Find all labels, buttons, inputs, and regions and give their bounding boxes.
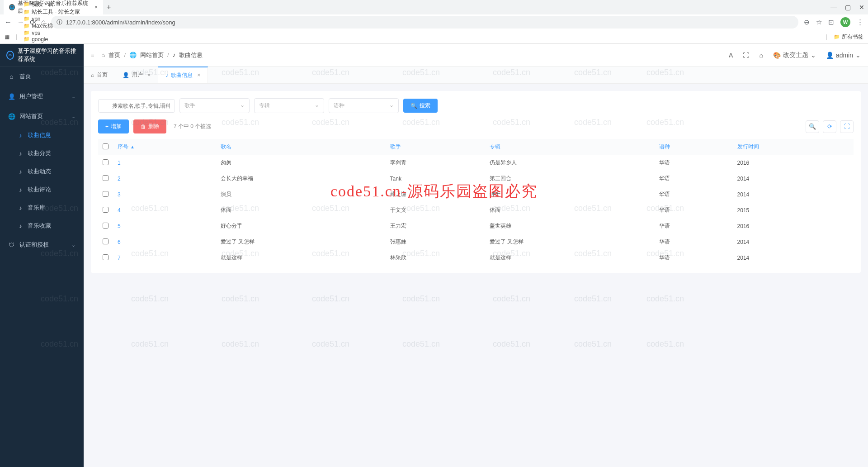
key-icon[interactable]: ⊖: [804, 18, 810, 26]
cell-language: 华语: [655, 234, 733, 250]
app-logo[interactable]: ∞ 基于深度学习的音乐推荐系统: [0, 44, 84, 67]
sidebar-sub-song-dynamic[interactable]: ♪歌曲动态: [0, 162, 84, 181]
cell-singer: 于文文: [386, 202, 485, 218]
col-language[interactable]: 语种: [655, 139, 733, 155]
font-icon[interactable]: A: [729, 52, 733, 59]
row-checkbox[interactable]: [103, 159, 108, 165]
sidebar-sub-song-info[interactable]: ♪歌曲信息: [0, 126, 84, 144]
bookmark-bar: | tools宝藏txyuplod共享账号密码视频下载站长工具 - 站长之家vp…: [0, 30, 868, 43]
select-album[interactable]: 专辑: [254, 98, 324, 113]
search-icon-button[interactable]: 🔍: [806, 120, 819, 133]
maximize-icon[interactable]: ▢: [845, 4, 851, 11]
page-tab-song[interactable]: ♪歌曲信息×: [158, 67, 208, 83]
row-checkbox[interactable]: [103, 207, 108, 213]
palette-icon: 🎨: [773, 52, 781, 59]
bookmark-item[interactable]: vps: [24, 30, 80, 36]
cell-index[interactable]: 2: [113, 171, 216, 186]
sidebar-item-site[interactable]: 🌐网站首页: [0, 106, 84, 126]
expand-icon-button[interactable]: ⛶: [840, 120, 854, 133]
home-icon[interactable]: ⌂: [759, 52, 763, 59]
col-name[interactable]: 歌名: [216, 139, 386, 155]
row-checkbox[interactable]: [103, 223, 108, 229]
address-bar[interactable]: ⓘ 127.0.0.1:8000/admin/#/admin/index/son…: [51, 16, 798, 29]
bookmark-item[interactable]: Max云梯: [24, 22, 80, 30]
table-row: 5 好心分手 王力宏 盖世英雄 华语 2016: [98, 218, 854, 234]
col-album[interactable]: 专辑: [485, 139, 655, 155]
cell-language: 华语: [655, 155, 733, 171]
page-tab-home[interactable]: ⌂首页: [84, 67, 115, 83]
minimize-icon[interactable]: —: [830, 4, 837, 11]
extension-icon[interactable]: ⊡: [828, 18, 834, 26]
cell-year: 2016: [733, 218, 854, 234]
cell-year: 2016: [733, 155, 854, 171]
close-window-icon[interactable]: ✕: [859, 4, 864, 11]
new-tab-button[interactable]: +: [107, 3, 111, 11]
cell-index[interactable]: 6: [113, 234, 216, 250]
back-icon[interactable]: ←: [5, 18, 12, 26]
cell-album: 盖世英雄: [485, 218, 655, 234]
add-button[interactable]: +增加: [98, 119, 129, 133]
close-icon[interactable]: ×: [197, 72, 200, 78]
select-all-checkbox[interactable]: [103, 143, 108, 149]
bookmark-item[interactable]: 站长工具 - 站长之家: [24, 8, 80, 16]
sidebar-item-user-mgmt[interactable]: 👤用户管理: [0, 86, 84, 106]
close-icon[interactable]: ×: [94, 4, 98, 10]
fullscreen-icon[interactable]: ⛶: [743, 52, 749, 59]
search-button[interactable]: 🔍搜索: [403, 99, 438, 113]
forward-icon[interactable]: →: [17, 18, 24, 26]
plus-icon: +: [105, 124, 108, 130]
row-checkbox[interactable]: [103, 175, 108, 181]
music-icon: ♪: [17, 168, 24, 175]
cell-year: 2015: [733, 202, 854, 218]
close-icon[interactable]: ×: [147, 72, 151, 78]
cell-index[interactable]: 1: [113, 155, 216, 171]
page-tabs: ⌂首页 👤用户× ♪歌曲信息×: [84, 67, 868, 84]
sidebar-sub-music-lib[interactable]: ♪音乐库: [0, 199, 84, 217]
cell-singer: 林采欣: [386, 250, 485, 266]
cell-album: 就是这样: [485, 250, 655, 266]
col-index[interactable]: 序号▲: [113, 139, 216, 155]
sidebar: ∞ 基于深度学习的音乐推荐系统 ⌂首页 👤用户管理 🌐网站首页 ♪歌曲信息 ♪歌…: [0, 44, 84, 467]
star-icon[interactable]: ☆: [816, 18, 822, 26]
cell-index[interactable]: 5: [113, 218, 216, 234]
select-language[interactable]: 语种: [329, 98, 399, 113]
apps-icon[interactable]: [5, 33, 9, 40]
col-singer[interactable]: 歌手: [386, 139, 485, 155]
row-checkbox[interactable]: [103, 191, 108, 197]
user-menu[interactable]: 👤admin ⌄: [826, 52, 861, 59]
hamburger-icon[interactable]: ≡: [91, 52, 94, 58]
cell-language: 华语: [655, 250, 733, 266]
user-icon: 👤: [826, 52, 834, 59]
row-checkbox[interactable]: [103, 254, 108, 260]
sidebar-item-auth[interactable]: 🛡认证和授权: [0, 235, 84, 255]
select-singer[interactable]: 歌手: [179, 98, 250, 113]
sidebar-sub-music-fav[interactable]: ♪音乐收藏: [0, 217, 84, 235]
menu-icon[interactable]: ⋮: [857, 18, 863, 26]
profile-avatar[interactable]: W: [840, 17, 850, 27]
page-tab-user[interactable]: 👤用户×: [115, 67, 158, 83]
sidebar-sub-song-comment[interactable]: ♪歌曲评论: [0, 181, 84, 199]
cell-name: 体面: [216, 202, 386, 218]
refresh-icon-button[interactable]: ⟳: [823, 120, 836, 133]
col-year[interactable]: 发行时间: [733, 139, 854, 155]
sidebar-item-home[interactable]: ⌂首页: [0, 67, 84, 86]
row-checkbox[interactable]: [103, 238, 108, 244]
cell-index[interactable]: 7: [113, 250, 216, 266]
music-icon: ♪: [17, 205, 24, 211]
bookmark-item[interactable]: 视频下载: [24, 0, 80, 8]
search-input[interactable]: [98, 99, 175, 113]
bookmark-item[interactable]: google: [24, 36, 80, 43]
cell-singer: 薛之谦: [386, 186, 485, 202]
cell-index[interactable]: 4: [113, 202, 216, 218]
theme-button[interactable]: 🎨改变主题 ⌄: [773, 51, 816, 59]
bookmark-item[interactable]: vpn: [24, 16, 80, 22]
user-icon: 👤: [8, 93, 15, 100]
cell-name: 演员: [216, 186, 386, 202]
cell-index[interactable]: 3: [113, 186, 216, 202]
music-icon: ♪: [165, 72, 168, 78]
bookmark-all[interactable]: 所有书签: [834, 33, 863, 41]
delete-button[interactable]: 🗑删除: [133, 119, 166, 133]
app-title: 基于深度学习的音乐推荐系统: [18, 47, 77, 63]
sidebar-sub-song-category[interactable]: ♪歌曲分类: [0, 144, 84, 162]
cell-album: 体面: [485, 202, 655, 218]
